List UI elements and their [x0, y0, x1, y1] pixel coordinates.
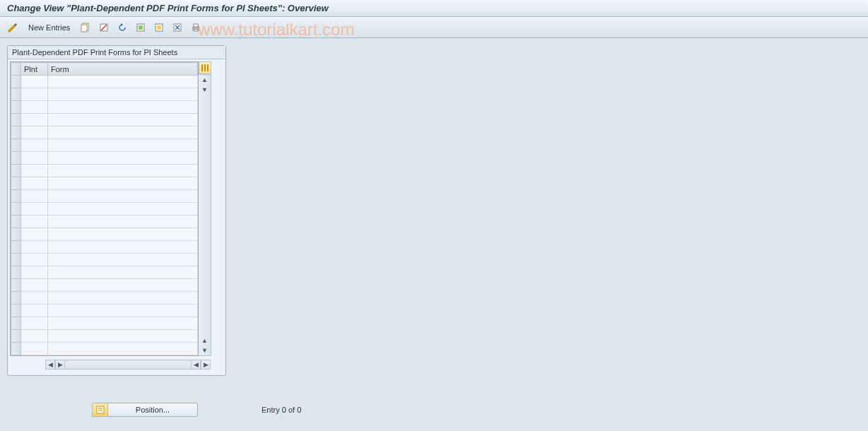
footer: Position... Entry 0 of 0 [92, 403, 301, 417]
svg-rect-7 [157, 25, 161, 30]
scroll-right-icon[interactable]: ▶ [55, 360, 65, 370]
horizontal-scrollbar[interactable]: ◀ ▶ ◀ ▶ [10, 358, 223, 371]
scroll-right-icon[interactable]: ▶ [201, 360, 211, 370]
table-row[interactable] [11, 266, 198, 279]
main-area: Plant-Dependent PDF Print Forms for PI S… [0, 38, 868, 431]
new-entries-button[interactable]: New Entries [24, 22, 74, 33]
row-header-corner[interactable] [11, 63, 21, 76]
delete-icon[interactable] [97, 20, 111, 35]
svg-rect-12 [194, 24, 198, 27]
entry-count-text: Entry 0 of 0 [262, 406, 301, 414]
table-row[interactable] [11, 152, 198, 165]
scroll-down-icon[interactable]: ▼ [200, 85, 210, 95]
table-row[interactable] [11, 203, 198, 216]
scroll-up-icon[interactable]: ▲ [200, 75, 210, 85]
toolbar: New Entries [0, 17, 868, 38]
svg-rect-16 [98, 410, 102, 411]
table-row[interactable] [11, 177, 198, 190]
table-settings-icon[interactable] [199, 61, 211, 74]
position-icon [93, 403, 108, 416]
table-row[interactable] [11, 343, 198, 355]
scroll-left-icon[interactable]: ◀ [45, 360, 55, 370]
column-header-plnt[interactable]: Plnt [21, 63, 48, 76]
undo-icon[interactable] [115, 20, 129, 35]
deselect-all-icon[interactable] [170, 20, 184, 35]
toggle-change-icon[interactable] [6, 20, 20, 35]
svg-rect-15 [98, 408, 102, 409]
table-row[interactable] [11, 139, 198, 152]
panel-title: Plant-Dependent PDF Print Forms for PI S… [8, 46, 225, 59]
table-row[interactable] [11, 279, 198, 292]
table-row[interactable] [11, 317, 198, 330]
table-row[interactable] [11, 254, 198, 266]
table-row[interactable] [11, 305, 198, 317]
table-row[interactable] [11, 114, 198, 126]
vertical-scrollbar[interactable]: ▲ ▼ ▲ ▼ [199, 74, 211, 356]
table-row[interactable] [11, 241, 198, 254]
select-all-icon[interactable] [134, 20, 148, 35]
table-row[interactable] [11, 126, 198, 139]
table-row[interactable] [11, 292, 198, 305]
table-row[interactable] [11, 216, 198, 228]
table-panel: Plant-Dependent PDF Print Forms for PI S… [7, 45, 226, 376]
svg-rect-13 [194, 29, 197, 31]
scroll-down-icon[interactable]: ▼ [200, 346, 210, 355]
scroll-left-icon[interactable]: ◀ [191, 360, 201, 370]
table-row[interactable] [11, 88, 198, 101]
column-header-form[interactable]: Form [48, 63, 198, 76]
data-grid[interactable]: Plnt Form [10, 61, 199, 356]
table-row[interactable] [11, 330, 198, 343]
window-title: Change View "Plant-Dependent PDF Print F… [0, 0, 868, 17]
copy-icon[interactable] [78, 20, 93, 35]
scroll-up-icon[interactable]: ▲ [200, 336, 210, 346]
table-row[interactable] [11, 190, 198, 203]
svg-rect-5 [139, 25, 143, 30]
table-row[interactable] [11, 228, 198, 241]
position-label: Position... [108, 406, 197, 414]
table-row[interactable] [11, 165, 198, 177]
select-block-icon[interactable] [152, 20, 166, 35]
svg-rect-1 [81, 25, 87, 32]
table-row[interactable] [11, 101, 198, 114]
table-row[interactable] [11, 76, 198, 88]
position-button[interactable]: Position... [92, 403, 198, 417]
print-icon[interactable] [189, 20, 203, 35]
